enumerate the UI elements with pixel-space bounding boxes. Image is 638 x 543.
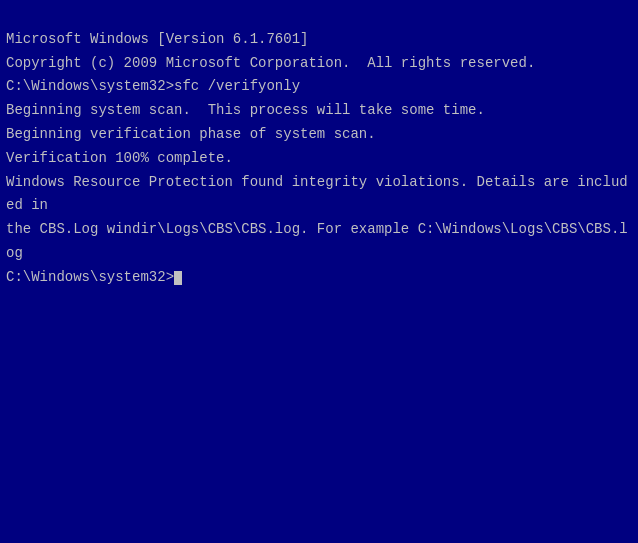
terminal-line-11: the CBS.Log windir\Logs\CBS\CBS.log. For…	[6, 218, 632, 266]
terminal-line-7: Beginning verification phase of system s…	[6, 123, 632, 147]
terminal-line-1: Copyright (c) 2009 Microsoft Corporation…	[6, 52, 632, 76]
terminal-line-10: Windows Resource Protection found integr…	[6, 171, 632, 219]
terminal-window: Microsoft Windows [Version 6.1.7601]Copy…	[0, 0, 638, 543]
terminal-line-5: Beginning system scan. This process will…	[6, 99, 632, 123]
terminal-line-3: C:\Windows\system32>sfc /verifyonly	[6, 75, 632, 99]
terminal-line-13: C:\Windows\system32>	[6, 266, 632, 290]
terminal-cursor	[174, 271, 182, 285]
terminal-line-8: Verification 100% complete.	[6, 147, 632, 171]
terminal-line-0: Microsoft Windows [Version 6.1.7601]	[6, 28, 632, 52]
